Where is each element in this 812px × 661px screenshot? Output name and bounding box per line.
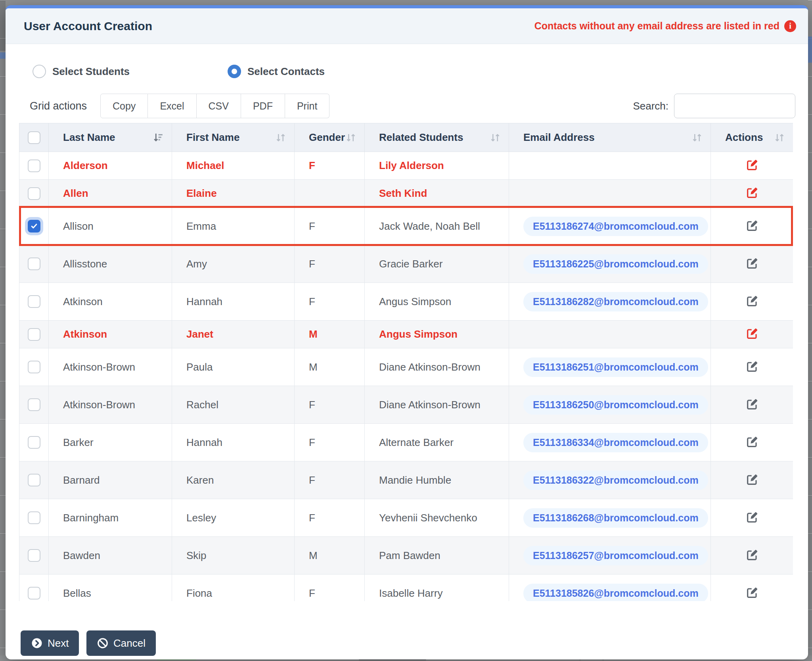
sort-arrows-icon bbox=[490, 133, 501, 143]
grid-action-excel-button[interactable]: Excel bbox=[148, 94, 196, 118]
edit-contact-button[interactable] bbox=[746, 473, 758, 487]
select-all-checkbox[interactable] bbox=[28, 131, 40, 144]
email-link[interactable]: E5113186251@bromcomcloud.com bbox=[523, 357, 708, 377]
edit-icon bbox=[746, 295, 758, 307]
edit-contact-button[interactable] bbox=[746, 436, 758, 450]
table-row: AtkinsonJanetMAngus Simpson bbox=[19, 321, 793, 348]
email-link[interactable]: E5113186268@bromcomcloud.com bbox=[523, 508, 708, 528]
checkbox-cell[interactable] bbox=[19, 537, 49, 575]
edit-contact-button[interactable] bbox=[746, 327, 758, 341]
email-link[interactable]: E5113186274@bromcomcloud.com bbox=[523, 217, 708, 236]
cell-related-students: Yevhenii Shevchenko bbox=[365, 499, 509, 537]
edit-contact-button[interactable] bbox=[746, 549, 758, 563]
select-all-checkbox-header[interactable] bbox=[19, 123, 49, 152]
edit-icon bbox=[746, 159, 758, 171]
edit-icon bbox=[746, 360, 758, 373]
grid-action-csv-button[interactable]: CSV bbox=[197, 94, 241, 118]
row-checkbox[interactable] bbox=[28, 474, 40, 486]
table-row: AldersonMichaelFLily Alderson bbox=[19, 152, 793, 180]
edit-contact-button[interactable] bbox=[746, 586, 758, 600]
email-link[interactable]: E5113186322@bromcomcloud.com bbox=[523, 471, 708, 490]
checkbox-cell[interactable] bbox=[19, 499, 49, 537]
row-checkbox[interactable] bbox=[28, 257, 40, 270]
cell-actions bbox=[711, 348, 793, 386]
email-link[interactable]: E5113186257@bromcomcloud.com bbox=[523, 546, 708, 565]
cell-actions bbox=[711, 283, 793, 321]
checkbox-cell[interactable] bbox=[19, 245, 49, 283]
edit-contact-button[interactable] bbox=[746, 186, 758, 200]
cell-email-address: E5113186274@bromcomcloud.com bbox=[509, 208, 711, 245]
table-row: BellasFionaFIsabelle HarryE5113185826@br… bbox=[19, 575, 793, 601]
cell-gender: M bbox=[295, 348, 365, 386]
backdrop-right-blue-fragment bbox=[808, 37, 812, 63]
table-row: BawdenSkipMPam BawdenE5113186257@bromcom… bbox=[19, 537, 793, 575]
grid-action-print-button[interactable]: Print bbox=[285, 94, 329, 118]
radio-circle-icon[interactable] bbox=[33, 65, 46, 78]
cell-gender: F bbox=[295, 424, 365, 461]
cell-last-name: Barningham bbox=[49, 499, 172, 537]
row-checkbox[interactable] bbox=[28, 187, 40, 200]
table-row: Atkinson-BrownRachelFDiane Atkinson-Brow… bbox=[19, 386, 793, 424]
column-header-actions[interactable]: Actions bbox=[711, 123, 793, 152]
edit-contact-button[interactable] bbox=[746, 159, 758, 173]
checkbox-cell[interactable] bbox=[19, 424, 49, 461]
cell-last-name: Atkinson bbox=[49, 283, 172, 321]
checkbox-cell[interactable] bbox=[19, 386, 49, 424]
row-checkbox[interactable] bbox=[28, 361, 40, 373]
cell-first-name: Hannah bbox=[172, 424, 295, 461]
cell-email-address: E5113185826@bromcomcloud.com bbox=[509, 575, 711, 601]
cancel-button[interactable]: Cancel bbox=[86, 630, 156, 656]
email-link[interactable]: E5113186225@bromcomcloud.com bbox=[523, 254, 708, 274]
cell-actions bbox=[711, 537, 793, 575]
edit-icon bbox=[746, 511, 758, 524]
checkbox-cell[interactable] bbox=[19, 461, 49, 499]
column-header-label: Email Address bbox=[523, 131, 595, 143]
radio-select-students[interactable]: Select Students bbox=[33, 63, 130, 79]
row-checkbox[interactable] bbox=[28, 328, 40, 341]
edit-contact-button[interactable] bbox=[746, 360, 758, 374]
column-header-gender[interactable]: Gender bbox=[295, 123, 365, 152]
checkbox-cell[interactable] bbox=[19, 575, 49, 601]
column-header-last-name[interactable]: Last Name bbox=[49, 123, 172, 152]
edit-contact-button[interactable] bbox=[746, 398, 758, 412]
checkbox-cell[interactable] bbox=[19, 321, 49, 348]
email-link[interactable]: E5113186334@bromcomcloud.com bbox=[523, 433, 708, 452]
column-header-email-address[interactable]: Email Address bbox=[509, 123, 711, 152]
edit-contact-button[interactable] bbox=[746, 257, 758, 271]
row-checkbox[interactable] bbox=[28, 159, 40, 172]
email-link[interactable]: E5113185826@bromcomcloud.com bbox=[523, 584, 708, 601]
row-checkbox[interactable] bbox=[28, 295, 40, 308]
email-link[interactable]: E5113186250@bromcomcloud.com bbox=[523, 395, 708, 415]
cell-email-address: E5113186250@bromcomcloud.com bbox=[509, 386, 711, 424]
table-row: BarkerHannahFAlternate BarkerE5113186334… bbox=[19, 424, 793, 461]
info-circle-icon[interactable]: i bbox=[784, 20, 796, 32]
edit-contact-button[interactable] bbox=[746, 295, 758, 309]
checkbox-cell[interactable] bbox=[19, 152, 49, 180]
column-header-first-name[interactable]: First Name bbox=[172, 123, 295, 152]
checkbox-cell[interactable] bbox=[19, 283, 49, 321]
grid-action-pdf-button[interactable]: PDF bbox=[241, 94, 285, 118]
row-checkbox[interactable] bbox=[28, 220, 40, 233]
next-button[interactable]: Next bbox=[21, 630, 79, 656]
search-input[interactable] bbox=[674, 94, 795, 118]
row-checkbox[interactable] bbox=[28, 549, 40, 562]
row-checkbox[interactable] bbox=[28, 587, 40, 600]
cell-related-students: Angus Simpson bbox=[365, 321, 509, 348]
checkbox-cell[interactable] bbox=[19, 348, 49, 386]
edit-contact-button[interactable] bbox=[746, 511, 758, 525]
email-link[interactable]: E5113186282@bromcomcloud.com bbox=[523, 292, 708, 311]
edit-icon bbox=[746, 586, 758, 599]
grid-action-copy-button[interactable]: Copy bbox=[100, 94, 148, 118]
cell-actions bbox=[711, 424, 793, 461]
row-checkbox[interactable] bbox=[28, 511, 40, 524]
column-header-label: Gender bbox=[309, 131, 345, 143]
radio-dot-icon[interactable] bbox=[228, 65, 241, 78]
radio-select-contacts[interactable]: Select Contacts bbox=[228, 63, 325, 79]
column-header-related-students[interactable]: Related Students bbox=[365, 123, 509, 152]
row-checkbox[interactable] bbox=[28, 436, 40, 449]
checkbox-cell[interactable] bbox=[19, 208, 49, 245]
checkbox-cell[interactable] bbox=[19, 180, 49, 208]
row-checkbox[interactable] bbox=[28, 398, 40, 411]
column-header-label: First Name bbox=[186, 131, 239, 143]
edit-contact-button[interactable] bbox=[746, 219, 758, 233]
